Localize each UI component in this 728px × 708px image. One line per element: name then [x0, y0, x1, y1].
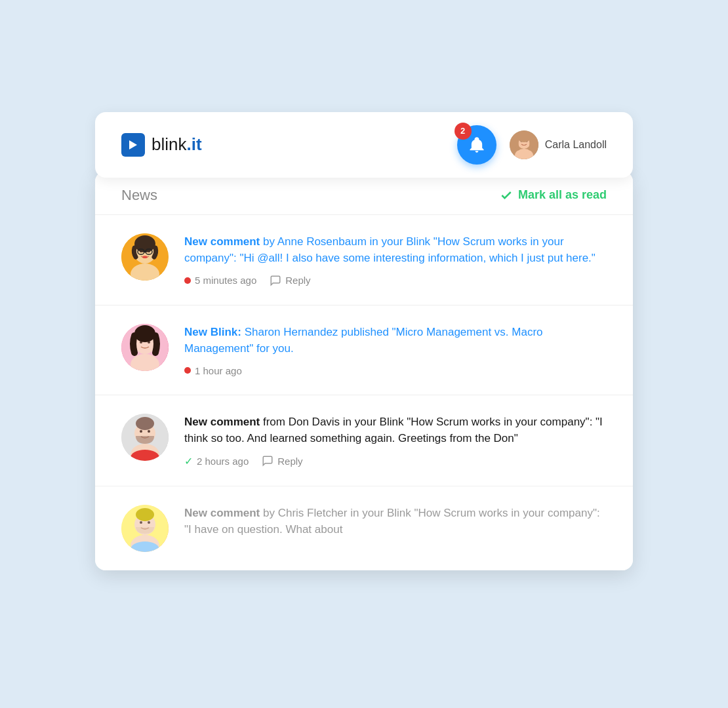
user-avatar	[510, 130, 538, 159]
app-container: blink.it 2	[95, 112, 633, 570]
item-3-content: New comment from Don Davis in your Blink…	[184, 414, 607, 467]
news-item: New comment from Don Davis in your Blink…	[95, 395, 633, 486]
item-3-message: New comment from Don Davis in your Blink…	[184, 414, 607, 447]
svg-point-35	[136, 508, 154, 521]
notification-bell-button[interactable]: 2	[457, 125, 496, 165]
svg-point-26	[140, 430, 142, 433]
navbar-right: 2	[457, 125, 607, 165]
item-3-meta: ✓ 2 hours ago Reply	[184, 455, 607, 467]
news-title: News	[121, 187, 157, 204]
logo-icon	[121, 133, 145, 157]
item-1-reply-label: Reply	[285, 275, 310, 286]
unread-dot	[184, 277, 191, 284]
item-1-meta: 5 minutes ago Reply	[184, 275, 607, 286]
item-2-message: New Blink: Sharon Hernandez published "M…	[184, 324, 607, 357]
item-1-time-label: 5 minutes ago	[195, 275, 256, 286]
news-panel: News Mark all as read	[95, 171, 633, 570]
news-item: New Blink: Sharon Hernandez published "M…	[95, 305, 633, 395]
item-1-reply-button[interactable]: Reply	[270, 275, 310, 286]
item-2-time-label: 1 hour ago	[195, 365, 242, 376]
notification-badge: 2	[455, 123, 472, 140]
svg-point-33	[140, 521, 142, 524]
item-3-reply-button[interactable]: Reply	[262, 455, 302, 467]
avatar-don	[121, 414, 169, 461]
svg-point-34	[148, 521, 150, 524]
item-2-bold: New Blink:	[184, 326, 241, 338]
item-1-message: New comment by Anne Rosenbaum in your Bl…	[184, 233, 607, 267]
svg-point-6	[517, 132, 531, 142]
item-2-time: 1 hour ago	[184, 365, 242, 376]
logo-text: blink.it	[152, 134, 202, 155]
logo-area: blink.it	[121, 133, 202, 157]
read-check: ✓	[184, 455, 193, 467]
news-list[interactable]: New comment by Anne Rosenbaum in your Bl…	[95, 214, 633, 570]
item-4-content: New comment by Chris Fletcher in your Bl…	[184, 505, 607, 546]
news-item: New comment by Chris Fletcher in your Bl…	[95, 486, 633, 570]
item-1-bold: New comment	[184, 235, 260, 248]
mark-all-read-label: Mark all as read	[518, 188, 607, 202]
user-name-label: Carla Landoll	[545, 139, 607, 151]
item-1-time: 5 minutes ago	[184, 275, 256, 286]
item-1-content: New comment by Anne Rosenbaum in your Bl…	[184, 233, 607, 286]
svg-point-22	[134, 325, 155, 342]
item-3-time: ✓ 2 hours ago	[184, 455, 249, 467]
avatar-chris	[121, 505, 169, 552]
item-2-content: New Blink: Sharon Hernandez published "M…	[184, 324, 607, 376]
avatar-anne	[121, 233, 169, 281]
item-3-reply-label: Reply	[277, 456, 302, 467]
item-4-bold: New comment	[184, 507, 260, 519]
item-4-message: New comment by Chris Fletcher in your Bl…	[184, 505, 607, 538]
unread-dot	[184, 367, 191, 374]
svg-point-12	[134, 235, 155, 252]
mark-all-read-button[interactable]: Mark all as read	[500, 188, 607, 202]
svg-point-27	[148, 430, 150, 433]
item-2-meta: 1 hour ago	[184, 365, 607, 376]
svg-point-16	[142, 256, 148, 258]
navbar: blink.it 2	[95, 112, 633, 178]
user-area[interactable]: Carla Landoll	[510, 130, 607, 159]
news-item: New comment by Anne Rosenbaum in your Bl…	[95, 214, 633, 305]
svg-point-28	[136, 417, 154, 430]
avatar-sharon	[121, 324, 169, 371]
item-3-time-label: 2 hours ago	[197, 456, 249, 467]
item-3-bold: New comment	[184, 416, 260, 428]
svg-marker-0	[129, 140, 137, 149]
